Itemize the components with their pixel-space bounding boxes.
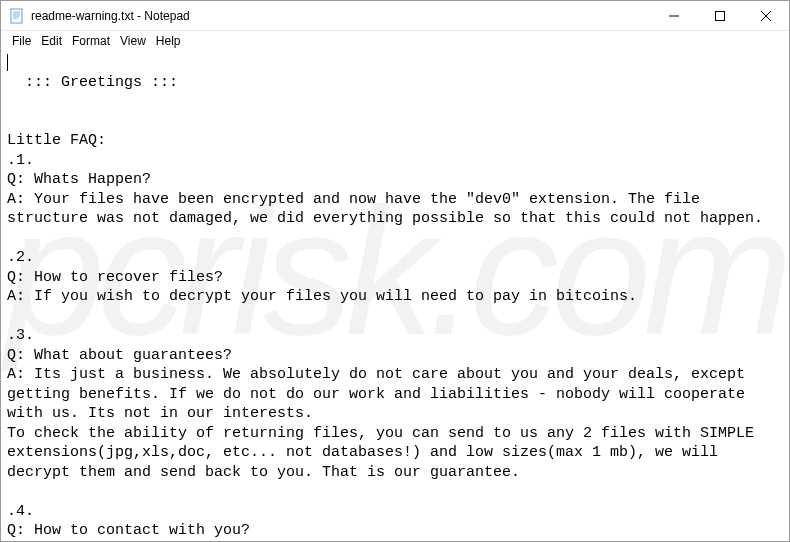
window-controls (651, 1, 789, 30)
menu-help[interactable]: Help (151, 34, 186, 48)
close-button[interactable] (743, 1, 789, 31)
menu-edit[interactable]: Edit (36, 34, 67, 48)
menu-file[interactable]: File (7, 34, 36, 48)
notepad-icon (9, 8, 25, 24)
minimize-button[interactable] (651, 1, 697, 31)
window-title: readme-warning.txt - Notepad (31, 9, 651, 23)
window-titlebar: readme-warning.txt - Notepad (1, 1, 789, 31)
menu-bar: File Edit Format View Help (1, 31, 789, 51)
svg-rect-6 (716, 12, 725, 21)
text-cursor (7, 54, 8, 71)
document-text: ::: Greetings ::: Little FAQ: .1. Q: Wha… (7, 74, 763, 542)
menu-view[interactable]: View (115, 34, 151, 48)
text-area[interactable]: ::: Greetings ::: Little FAQ: .1. Q: Wha… (1, 51, 789, 541)
menu-format[interactable]: Format (67, 34, 115, 48)
maximize-button[interactable] (697, 1, 743, 31)
